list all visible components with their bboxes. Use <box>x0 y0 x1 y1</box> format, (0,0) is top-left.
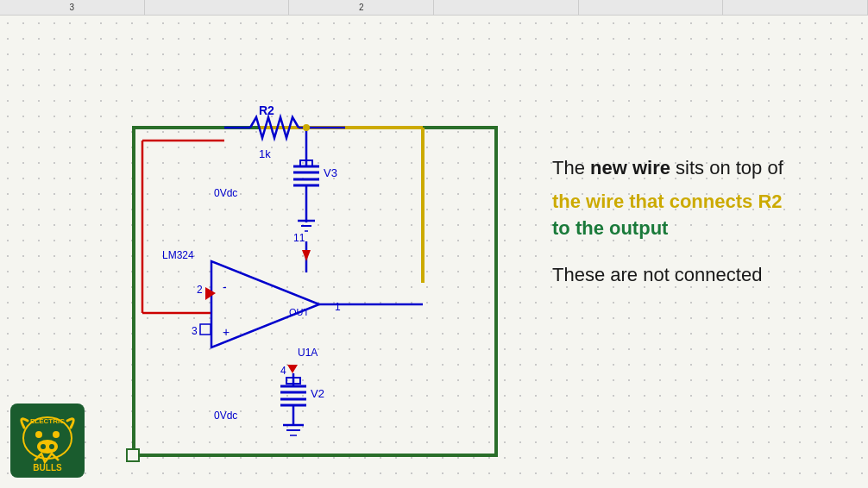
svg-point-58 <box>37 440 58 454</box>
annotation-text-4: These are not connected <box>552 262 846 289</box>
svg-text:3: 3 <box>192 325 198 337</box>
svg-text:V2: V2 <box>311 387 324 400</box>
svg-point-60 <box>49 444 54 449</box>
svg-marker-24 <box>302 250 311 261</box>
svg-point-59 <box>41 444 46 449</box>
annotation-bold: new wire <box>590 157 670 178</box>
annotation-text-2: the wire that connects R2 <box>552 189 846 216</box>
annotation-suffix: sits on top of <box>670 157 783 178</box>
svg-text:11: 11 <box>293 232 305 244</box>
ruler-item-1: 3 <box>0 0 145 15</box>
annotation-text-1: The new wire sits on top of <box>552 155 846 182</box>
svg-rect-31 <box>200 324 211 335</box>
ruler-item-3: 2 <box>289 0 434 15</box>
svg-text:U1A: U1A <box>298 347 318 359</box>
svg-rect-0 <box>134 128 496 455</box>
svg-point-57 <box>53 431 60 438</box>
svg-text:4: 4 <box>280 365 286 377</box>
svg-text:1k: 1k <box>259 147 271 160</box>
svg-marker-51 <box>287 365 298 373</box>
annotation-prefix: The <box>552 157 590 178</box>
electric-bulls-logo: ELECTRIC BULLS <box>9 402 86 479</box>
svg-rect-49 <box>127 449 139 461</box>
svg-text:BULLS: BULLS <box>33 463 62 472</box>
svg-point-52 <box>303 124 310 131</box>
ruler-item-4 <box>434 0 579 15</box>
svg-text:R2: R2 <box>259 103 274 117</box>
svg-text:OUT: OUT <box>289 307 310 317</box>
svg-text:-: - <box>223 280 227 294</box>
svg-text:ELECTRIC: ELECTRIC <box>30 417 65 425</box>
svg-text:2: 2 <box>197 284 203 296</box>
svg-point-56 <box>35 431 42 438</box>
annotation-area: The new wire sits on top of the wire tha… <box>535 138 863 306</box>
ruler-item-6 <box>723 0 868 15</box>
svg-text:LM324: LM324 <box>162 249 194 261</box>
svg-text:0Vdc: 0Vdc <box>214 410 237 422</box>
svg-text:V3: V3 <box>324 166 337 179</box>
svg-text:1: 1 <box>335 301 341 313</box>
annotation-text-3: to the output <box>552 216 846 242</box>
ruler-item-5 <box>579 0 724 15</box>
top-ruler-bar: 3 2 <box>0 0 868 16</box>
ruler-item-2 <box>145 0 290 15</box>
svg-text:0Vdc: 0Vdc <box>214 187 237 199</box>
svg-text:+: + <box>223 325 230 339</box>
